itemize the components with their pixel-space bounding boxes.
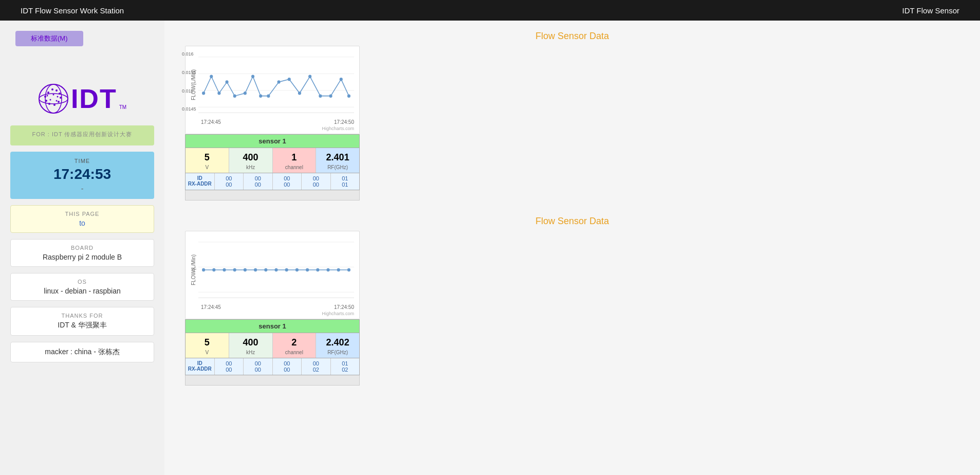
sensor2-v-cell: 5 V: [186, 333, 229, 358]
sensor2-footer: [185, 375, 360, 386]
sensor2-v-unit: V: [206, 350, 209, 355]
svg-point-29: [259, 94, 262, 98]
svg-point-5: [56, 89, 58, 92]
sensor2-addr-col5: 01 02: [331, 358, 360, 375]
sensor1-header: sensor 1: [185, 134, 360, 148]
svg-point-17: [49, 99, 51, 101]
sidebar: 标准数据(M): [0, 21, 164, 475]
chart1-x-start: 17:24:45: [201, 119, 221, 125]
chart2-svg: [198, 236, 354, 303]
sensor1-addr-col3: 00 00: [273, 173, 302, 190]
this-page-label: this page: [19, 211, 145, 217]
board-label: board: [19, 245, 145, 251]
svg-point-11: [45, 100, 47, 102]
sensor2-addr-col4: 00 02: [302, 358, 331, 375]
header-right-title: IDT Flow Sensor: [902, 6, 959, 15]
svg-point-36: [329, 94, 332, 98]
svg-point-48: [244, 268, 247, 272]
chart2-x-start: 17:24:45: [201, 304, 221, 310]
sensor1-addr-row: ID RX-ADDR 00 00 00 00 00 00: [185, 173, 360, 190]
svg-point-12: [44, 96, 46, 98]
sensor1-table: sensor 1 5 V 400 kHz 1 channel: [185, 134, 360, 200]
sensor1-id-label-cell: ID RX-ADDR: [186, 173, 215, 190]
chart2-area: FLOW(L/Min) 0: [191, 236, 354, 303]
sensor1-khz-cell: 400 kHz: [229, 148, 273, 173]
svg-point-15: [57, 96, 58, 98]
sensor1-v-unit: V: [206, 165, 209, 170]
svg-point-0: [39, 84, 68, 113]
svg-point-3: [47, 92, 49, 94]
svg-point-1: [45, 84, 62, 113]
sensor2-channel-unit: channel: [285, 350, 303, 355]
svg-point-7: [60, 97, 62, 99]
svg-point-56: [326, 268, 329, 272]
chart1-svg: [198, 51, 354, 118]
sensor1-channel-cell: 1 channel: [273, 148, 317, 173]
svg-point-47: [233, 268, 236, 272]
sensor2-id-label-cell: ID RX-ADDR: [186, 358, 215, 375]
sensor1-rf-unit: RF(GHz): [327, 165, 348, 170]
main-container: 标准数据(M): [0, 21, 980, 475]
svg-point-9: [53, 104, 56, 106]
maker-value: macker : china - 张栋杰: [19, 348, 145, 357]
svg-point-53: [295, 268, 299, 272]
sensor1-data-row: 5 V 400 kHz 1 channel 2.401 RF(GHz): [185, 148, 360, 173]
app-header: IDT Flow Sensor Work Station IDT Flow Se…: [0, 0, 980, 21]
sensor2-data-row: 5 V 400 kHz 2 channel 2.402 RF(GHz): [185, 333, 360, 358]
chart1-area: FLOW(L/Min) 0.016 0.0155 0.015 0.0145: [191, 51, 354, 118]
idt-brand-text: IDT: [71, 85, 117, 112]
this-page-card: this page to: [10, 205, 154, 233]
svg-point-6: [59, 93, 61, 95]
chart1-container: FLOW(L/Min) 0.016 0.0155 0.015 0.0145: [185, 46, 360, 134]
sensor1-addr-col2: 00 00: [244, 173, 273, 190]
svg-point-37: [340, 78, 343, 81]
thanks-label: Thanks for: [19, 313, 145, 319]
this-page-value: to: [19, 219, 145, 227]
sensor2-khz-unit: kHz: [246, 350, 255, 355]
placeholder-btn[interactable]: 标准数据(M): [15, 31, 83, 46]
svg-point-10: [48, 103, 50, 105]
chart2-credit: Highcharts.com: [191, 311, 354, 316]
svg-point-22: [202, 92, 205, 95]
svg-point-27: [244, 92, 247, 95]
sensor1-v-value: 5: [188, 152, 227, 163]
svg-point-51: [274, 268, 278, 272]
sensor1-footer: [185, 190, 360, 200]
svg-point-33: [298, 92, 301, 95]
svg-point-55: [316, 268, 319, 272]
maker-card: macker : china - 张栋杰: [10, 342, 154, 362]
sensor1-addr-col1: 00 00: [215, 173, 244, 190]
idt-logo-area: IDT TM: [38, 83, 126, 114]
svg-point-54: [306, 268, 309, 272]
sensor1-channel-value: 1: [275, 152, 314, 163]
svg-point-14: [52, 94, 54, 96]
sensor2-rf-value: 2.402: [318, 337, 357, 348]
sensor2-header: sensor 1: [185, 319, 360, 333]
chart1-credit: Highcharts.com: [191, 126, 354, 131]
svg-point-50: [264, 268, 267, 272]
chart1-section: Flow Sensor Data FLOW(L/Min) 0.016 0.015…: [185, 31, 959, 200]
thanks-value: IDT & 华强聚丰: [19, 321, 145, 330]
time-dash: -: [19, 185, 146, 193]
board-value: Raspberry pi 2 module B: [19, 253, 145, 261]
sensor2-channel-cell: 2 channel: [273, 333, 317, 358]
svg-point-23: [210, 75, 213, 79]
time-value: 17:24:53: [19, 166, 146, 182]
svg-point-4: [51, 88, 53, 90]
sensor1-addr-col4: 00 00: [302, 173, 331, 190]
sensor2-addr-col1: 00 00: [215, 358, 244, 375]
os-card: OS linux - debian - raspbian: [10, 273, 154, 301]
sensor2-khz-value: 400: [231, 337, 270, 348]
svg-point-24: [217, 92, 220, 95]
y2-val: 0: [192, 267, 195, 272]
chart2-title: Flow Sensor Data: [185, 216, 959, 227]
for-label: FOR : IDT 传感器应用创新设计大赛: [19, 131, 146, 138]
svg-point-30: [267, 94, 270, 98]
svg-point-34: [308, 75, 311, 79]
svg-point-31: [278, 80, 281, 84]
svg-point-8: [58, 101, 60, 103]
svg-point-32: [288, 78, 291, 81]
svg-point-25: [226, 80, 229, 84]
sensor2-table: sensor 1 5 V 400 kHz 2 channel: [185, 319, 360, 386]
main-content: Flow Sensor Data FLOW(L/Min) 0.016 0.015…: [164, 21, 980, 475]
